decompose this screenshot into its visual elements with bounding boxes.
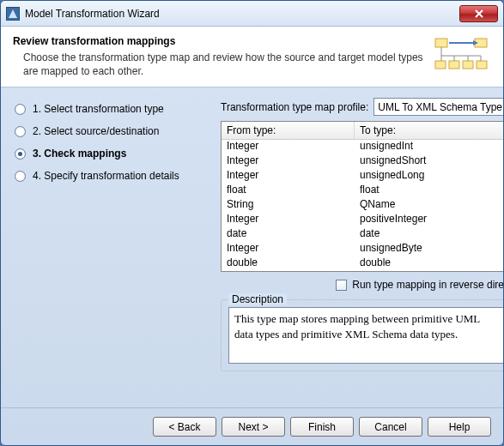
profile-value: UML To XML Schema Type ... — [378, 101, 503, 113]
svg-rect-7 — [477, 61, 487, 69]
header-title: Review transformation mappings — [13, 35, 431, 47]
svg-rect-5 — [449, 61, 459, 69]
button-bar: < Back Next > Finish Cancel Help — [1, 407, 503, 445]
table-row[interactable]: StringQName — [222, 198, 503, 213]
profile-combobox[interactable]: UML To XML Schema Type ... — [373, 98, 503, 116]
step-label: 4. Specify transformation details — [33, 170, 179, 182]
svg-rect-1 — [435, 39, 447, 47]
step-label: 3. Check mappings — [33, 148, 126, 160]
next-button[interactable]: Next > — [222, 417, 285, 437]
close-button[interactable] — [459, 5, 498, 22]
column-to-type[interactable]: To type: — [355, 122, 503, 139]
table-row[interactable]: IntegerunsignedByte — [222, 242, 503, 256]
app-icon — [6, 7, 20, 21]
header-panel: Review transformation mappings Choose th… — [1, 27, 503, 87]
table-row[interactable]: IntegerunsignedLong — [222, 169, 503, 184]
mapping-table: From type: To type: IntegerunsignedInt I… — [221, 121, 503, 272]
window-title: Model Transformation Wizard — [25, 8, 459, 20]
description-textarea[interactable]: This type map stores mapping between pri… — [228, 307, 503, 364]
table-row[interactable]: floatfloat — [222, 184, 503, 198]
svg-rect-6 — [463, 61, 473, 69]
svg-rect-4 — [435, 61, 446, 69]
back-button[interactable]: < Back — [153, 417, 216, 437]
titlebar[interactable]: Model Transformation Wizard — [1, 1, 503, 27]
step-specify-transformation-details[interactable]: 4. Specify transformation details — [13, 165, 210, 187]
finish-button[interactable]: Finish — [290, 417, 354, 437]
help-button[interactable]: Help — [428, 417, 491, 437]
profile-label: Transformation type map profile: — [221, 101, 368, 113]
cancel-button[interactable]: Cancel — [359, 417, 422, 437]
step-select-transformation-type[interactable]: 1. Select transformation type — [13, 98, 210, 120]
table-row[interactable]: IntegerpositiveInteger — [222, 213, 503, 227]
table-row[interactable]: IntegerunsignedInt — [222, 140, 503, 154]
radio-icon — [15, 104, 26, 115]
radio-icon — [15, 171, 26, 182]
reverse-direction-label: Run type mapping in reverse direction — [352, 279, 503, 291]
column-from-type[interactable]: From type: — [222, 122, 355, 139]
step-select-source-destination[interactable]: 2. Select source/destination — [13, 120, 210, 142]
transformation-diagram-icon — [431, 35, 491, 78]
step-label: 1. Select transformation type — [33, 103, 164, 115]
description-group: Description This type map stores mapping… — [221, 299, 503, 371]
step-label: 2. Select source/destination — [33, 125, 159, 137]
wizard-window: Model Transformation Wizard Review trans… — [0, 0, 504, 446]
description-legend: Description — [228, 293, 287, 305]
table-body: IntegerunsignedInt IntegerunsignedShort … — [222, 140, 503, 271]
header-description: Choose the transformation type map and r… — [13, 51, 431, 78]
table-row[interactable]: datedate — [222, 227, 503, 242]
step-list: 1. Select transformation type 2. Select … — [13, 98, 210, 401]
step-check-mappings[interactable]: 3. Check mappings — [13, 142, 210, 165]
table-row[interactable]: doubledouble — [222, 256, 503, 271]
table-row[interactable]: IntegerunsignedShort — [222, 154, 503, 169]
mapping-pane: Transformation type map profile: UML To … — [221, 98, 503, 401]
radio-icon — [15, 148, 26, 160]
table-header: From type: To type: — [222, 122, 503, 140]
svg-marker-0 — [9, 9, 17, 18]
wizard-body: 1. Select transformation type 2. Select … — [1, 87, 503, 407]
reverse-direction-checkbox[interactable] — [336, 280, 347, 291]
radio-icon — [15, 126, 26, 137]
close-icon — [475, 9, 483, 18]
